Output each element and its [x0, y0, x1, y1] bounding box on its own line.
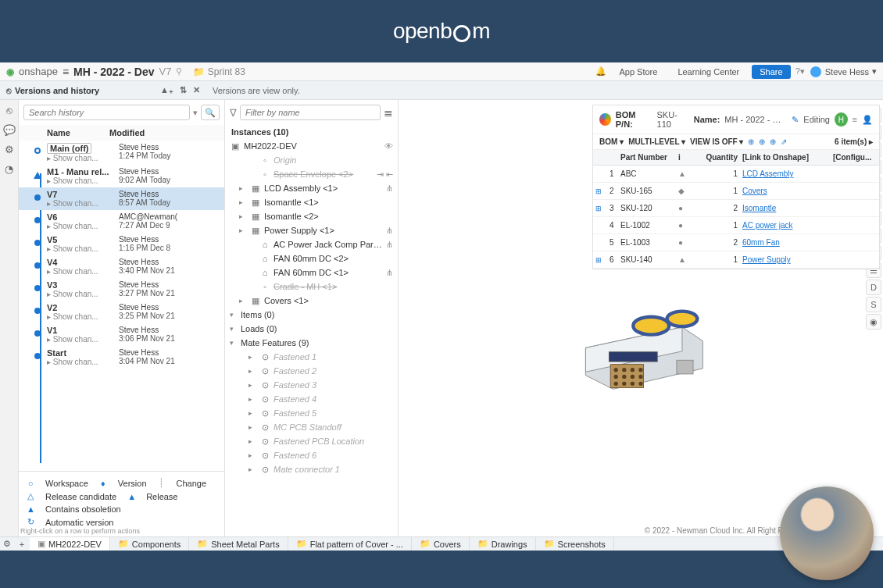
tree-group[interactable]: ▾Mate Features (9): [225, 336, 398, 350]
version-row[interactable]: M1 - Manu rel...▸ Show chan... Steve Hes…: [19, 165, 224, 187]
mate-item[interactable]: ▸⊙Fastened PCB Location: [225, 434, 398, 448]
mate-item[interactable]: ▸⊙Fastened 2: [225, 364, 398, 378]
refresh-down-icon[interactable]: ⊕: [759, 137, 765, 146]
svg-point-14: [622, 368, 626, 372]
rail-chat-icon[interactable]: 💬: [3, 124, 16, 136]
list-view-icon[interactable]: ≣: [384, 106, 393, 119]
filter-icon[interactable]: ∇: [230, 107, 237, 119]
tab-menu-icon[interactable]: ⚙: [0, 539, 14, 549]
versions-panel-title: ⎋ Versions and history ▲₊ ⇅ ✕: [0, 85, 206, 95]
search-input[interactable]: [23, 105, 190, 120]
rail-history-icon[interactable]: ⎋: [6, 105, 13, 116]
bom-row[interactable]: ⊞6SKU-140▲1Power Supply: [593, 251, 879, 269]
avatar-icon: [810, 66, 822, 78]
document-tab[interactable]: 📁Drawings: [470, 537, 536, 551]
breadcrumb[interactable]: 📁 Sprint 83: [193, 66, 245, 77]
user-chip-icon[interactable]: H: [835, 112, 848, 127]
tree-group[interactable]: ▾Loads (0): [225, 322, 398, 336]
add-icon[interactable]: ⊕: [770, 137, 776, 146]
document-tab[interactable]: 📁Screenshots: [536, 537, 614, 551]
tree-item[interactable]: ◦Origin: [225, 153, 398, 167]
brand-banner: openbm: [0, 0, 883, 62]
tree-item[interactable]: ⌂FAN 60mm DC <2>: [225, 251, 398, 265]
link-bom-icon[interactable]: ⇗: [781, 137, 787, 146]
document-tab[interactable]: 📁Flat pattern of Cover - ...: [288, 537, 412, 551]
bom-view-dropdown[interactable]: VIEW IS OFF ▾: [690, 137, 743, 146]
share-button[interactable]: Share: [752, 65, 790, 79]
document-tab[interactable]: 📁Sheet Metal Parts: [189, 537, 288, 551]
mate-item[interactable]: ▸⊙MC PCB Standoff: [225, 420, 398, 434]
canvas-tool-icon[interactable]: D: [866, 280, 881, 295]
versions-panel: ▾ 🔍 Name Modified Main (off)▸ Show chan.…: [19, 100, 225, 536]
search-button[interactable]: 🔍: [201, 105, 220, 120]
mate-item[interactable]: ▸⊙Fastened 3: [225, 378, 398, 392]
tree-item[interactable]: ▸▦Isomantle <1>: [225, 195, 398, 209]
document-tabs: ⚙ + ▣MH2022-DEV📁Components📁Sheet Metal P…: [0, 536, 883, 551]
rail-clock-icon[interactable]: ◔: [5, 163, 13, 175]
mate-item[interactable]: ▸⊙Fastened 6: [225, 448, 398, 462]
link-icon[interactable]: ⚲: [176, 66, 182, 77]
svg-point-13: [614, 368, 618, 372]
version-row[interactable]: V1▸ Show chan... Steve Hess3:06 PM Nov 2…: [19, 323, 224, 346]
filter-input[interactable]: [240, 105, 381, 120]
topbar: ◉ onshape ≡ MH - 2022 - Dev V7 ⚲ 📁 Sprin…: [0, 62, 883, 81]
tree-item[interactable]: ⌂FAN 60mm DC <1>⋔: [225, 265, 398, 280]
assembly-icon: ▣: [230, 141, 241, 151]
tree-item[interactable]: ▸▦LCD Assembly <1>⋔: [225, 181, 398, 195]
rail-gear-icon[interactable]: ⚙: [5, 144, 14, 155]
mate-item[interactable]: ▸⊙Fastened 1: [225, 350, 398, 364]
canvas-tool-icon[interactable]: S: [866, 297, 881, 312]
tree-item[interactable]: ▸▦Isomantle <2>: [225, 209, 398, 223]
webcam-overlay: [780, 486, 874, 580]
subbar: ⎋ Versions and history ▲₊ ⇅ ✕ Versions a…: [0, 81, 883, 100]
learning-center-button[interactable]: Learning Center: [670, 65, 747, 79]
refresh-up-icon[interactable]: ⊕: [748, 137, 754, 146]
user-menu[interactable]: Steve Hess ▾: [810, 66, 877, 78]
version-row[interactable]: V7▸ Show chan... Steve Hess8:57 AM Today: [19, 187, 224, 210]
edit-icon[interactable]: ✎: [792, 115, 799, 125]
tree-item[interactable]: ▸▦Power Supply <1>⋔: [225, 223, 398, 237]
bom-level-dropdown[interactable]: MULTI-LEVEL ▾: [628, 137, 685, 146]
canvas-tool-icon[interactable]: ◉: [866, 314, 881, 330]
tree-item[interactable]: ◦Space Envelope <2>⇥ ⇤: [225, 167, 398, 181]
svg-point-17: [614, 375, 618, 379]
version-row[interactable]: V4▸ Show chan... Steve Hess3:40 PM Nov 2…: [19, 255, 224, 278]
help-icon[interactable]: ?▾: [795, 66, 805, 77]
version-row[interactable]: V2▸ Show chan... Steve Hess3:25 PM Nov 2…: [19, 301, 224, 323]
compare-icon[interactable]: ⇅: [180, 85, 187, 95]
mate-item[interactable]: ▸⊙Mate connector 1: [225, 462, 398, 476]
mate-item[interactable]: ▸⊙Fastened 4: [225, 392, 398, 406]
bom-row[interactable]: 1ABC▲1LCD Assembly: [593, 166, 879, 183]
close-panel-icon[interactable]: ✕: [193, 85, 200, 95]
version-row[interactable]: V6▸ Show chan... AMC@Newman(7:27 AM Dec …: [19, 210, 224, 233]
version-row[interactable]: Main (off)▸ Show chan... Steve Hess1:24 …: [19, 141, 224, 165]
app-store-button[interactable]: App Store: [611, 65, 665, 79]
mate-item[interactable]: ▸⊙Fastened 5: [225, 406, 398, 420]
menu-icon[interactable]: ≡: [853, 115, 857, 124]
instances-header: Instances (10): [225, 125, 398, 139]
bom-mode-dropdown[interactable]: BOM ▾: [599, 137, 624, 146]
tree-item[interactable]: ◦Cradle - MH <1>: [225, 280, 398, 294]
collaborator-icon[interactable]: 👤: [862, 115, 873, 125]
version-row[interactable]: V5▸ Show chan... Steve Hess1:16 PM Dec 8: [19, 233, 224, 255]
hamburger-icon[interactable]: ≡: [63, 66, 69, 78]
create-version-icon[interactable]: ▲₊: [160, 85, 173, 95]
tree-item[interactable]: ▸▦Covers <1>: [225, 294, 398, 308]
notifications-icon[interactable]: 🔔: [595, 66, 606, 77]
version-row[interactable]: Start▸ Show chan... Steve Hess3:04 PM No…: [19, 346, 224, 369]
bom-row[interactable]: 4EL-1002●1AC power jack: [593, 217, 879, 234]
tree-item[interactable]: ⌂AC Power Jack Comp Part ...⋔: [225, 237, 398, 251]
bom-row[interactable]: 5EL-1003●260mm Fan: [593, 234, 879, 251]
tree-group[interactable]: ▾Items (0): [225, 308, 398, 322]
version-row[interactable]: V3▸ Show chan... Steve Hess3:27 PM Nov 2…: [19, 278, 224, 301]
tree-root[interactable]: ▣ MH2022-DEV 👁: [225, 139, 398, 153]
document-tab[interactable]: 📁Components: [110, 537, 189, 551]
svg-point-18: [622, 375, 626, 379]
document-tab[interactable]: ▣MH2022-DEV: [30, 537, 110, 551]
add-tab-button[interactable]: +: [14, 540, 30, 549]
svg-point-22: [622, 382, 626, 386]
eye-icon[interactable]: 👁: [384, 141, 393, 151]
bom-row[interactable]: ⊞3SKU-120●2Isomantle: [593, 200, 879, 217]
bom-row[interactable]: ⊞2SKU-165◆1Covers: [593, 183, 879, 200]
document-tab[interactable]: 📁Covers: [412, 537, 470, 551]
